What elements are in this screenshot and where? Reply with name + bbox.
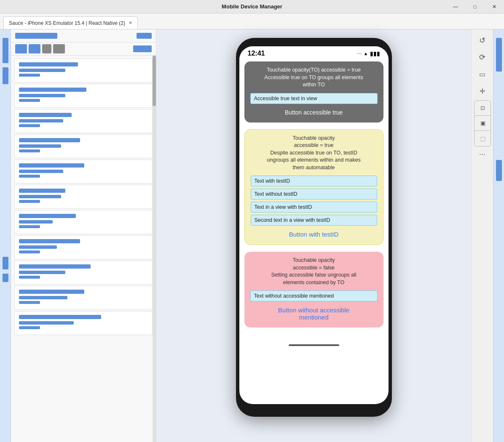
li-bar: [19, 220, 53, 224]
li-bar: [19, 214, 76, 218]
card2-textbox-4: Second text in a view with testID: [251, 215, 377, 226]
sidebar-action: [137, 33, 152, 39]
li-bar: [19, 144, 61, 148]
li-bar: [19, 74, 40, 77]
li-bar: [19, 163, 84, 168]
card1-text: Touchable opacity(TO) accessible = trueA…: [250, 67, 378, 89]
maximize-button[interactable]: □: [465, 0, 485, 13]
status-time: 12:41: [248, 50, 265, 57]
li-bar: [19, 239, 80, 243]
device-button[interactable]: ▭: [474, 67, 491, 82]
list-item[interactable]: [14, 261, 153, 285]
list-item[interactable]: [14, 235, 153, 259]
li-bar: [19, 119, 63, 122]
wifi-icon: ····: [357, 51, 362, 56]
list-item[interactable]: [14, 109, 153, 133]
list-item[interactable]: [14, 84, 153, 108]
li-bar: [19, 225, 40, 228]
li-bar: [19, 189, 65, 193]
status-bar: 12:41 ···· ▲ ▮▮▮: [239, 46, 389, 59]
card3-text: Touchable opacityaccessible = falseSetti…: [250, 257, 378, 286]
card2-button[interactable]: Button with testID: [251, 229, 377, 240]
pointer-icon: ✛: [480, 87, 485, 95]
right-strip: [493, 29, 504, 442]
inspector-group: ⊡ ▣ ⬚: [474, 100, 491, 146]
status-icons: ···· ▲ ▮▮▮: [357, 50, 380, 57]
sidebar: [11, 29, 156, 442]
li-bar: [19, 88, 86, 92]
tab-close-button[interactable]: ✕: [129, 20, 132, 26]
inspect-bot-icon: ⬚: [480, 136, 485, 142]
li-bar: [19, 94, 65, 97]
right-toolbar: ↺ ⟳ ▭ ✛ ⊡ ▣ ⬚ ···: [471, 29, 493, 442]
left-strip-block-3: [3, 257, 8, 269]
left-strip-block-2: [3, 67, 8, 84]
card2-textbox-3: Text in a view with testID: [251, 202, 377, 213]
li-bar: [19, 271, 65, 274]
list-item[interactable]: [14, 59, 153, 83]
list-item[interactable]: [14, 311, 153, 335]
scrollbar-track: [153, 56, 156, 442]
list-item[interactable]: [14, 160, 153, 184]
card-testid[interactable]: Touchable opacityaccessible = trueDespit…: [244, 129, 383, 245]
more-button[interactable]: ···: [479, 150, 485, 159]
card2-textbox-1: Text with testID: [251, 176, 377, 186]
li-bar: [19, 170, 63, 173]
sidebar-header: [11, 29, 156, 43]
left-strip: [0, 29, 11, 442]
pointer-button[interactable]: ✛: [474, 83, 491, 99]
close-button[interactable]: ✕: [485, 0, 504, 13]
toolbar-label: [133, 45, 152, 52]
li-bar: [19, 315, 101, 319]
card-accessible-false[interactable]: Touchable opacityaccessible = falseSetti…: [244, 252, 383, 328]
reload-icon: ⟳: [479, 53, 485, 62]
app-title: Mobile Device Manager: [222, 3, 282, 10]
toolbar-btn-1[interactable]: [15, 44, 27, 53]
li-bar: [19, 99, 40, 102]
center-area: 12:41 ···· ▲ ▮▮▮ Touchable opacity(TO) a…: [156, 29, 471, 442]
toolbar-row: [11, 43, 156, 56]
li-bar: [19, 321, 74, 325]
li-bar: [19, 200, 40, 203]
li-bar: [19, 296, 67, 299]
list-item[interactable]: [14, 286, 153, 310]
phone-mockup: 12:41 ···· ▲ ▮▮▮ Touchable opacity(TO) a…: [236, 38, 392, 417]
card3-button[interactable]: Button without accessiblementioned: [250, 305, 378, 322]
toolbar-btn-2[interactable]: [29, 44, 40, 53]
li-bar: [19, 69, 65, 72]
card-accessible-true[interactable]: Touchable opacity(TO) accessible = trueA…: [244, 61, 383, 122]
inspector-btn-2[interactable]: ▣: [475, 116, 491, 131]
li-bar: [19, 250, 40, 253]
minimize-button[interactable]: —: [446, 0, 465, 13]
scrollbar-thumb[interactable]: [153, 56, 156, 106]
home-indicator-area: [239, 336, 389, 351]
list-item[interactable]: [14, 185, 153, 209]
toolbar-btn-3[interactable]: [53, 44, 65, 53]
home-indicator: [289, 344, 339, 346]
window-controls: — □ ✕: [446, 0, 504, 13]
left-strip-block-1: [3, 38, 8, 63]
main-tab[interactable]: Sauce - iPhone XS Emulator 15.4 | React …: [3, 16, 138, 29]
list-item[interactable]: [14, 210, 153, 234]
li-bar: [19, 301, 40, 304]
list-item[interactable]: [14, 134, 153, 158]
left-strip-block-4: [3, 274, 8, 282]
main-layout: 12:41 ···· ▲ ▮▮▮ Touchable opacity(TO) a…: [0, 29, 504, 442]
title-bar: Mobile Device Manager — □ ✕: [0, 0, 504, 13]
refresh-button[interactable]: ↺: [474, 33, 491, 48]
li-bar: [19, 62, 78, 67]
card1-button[interactable]: Button accessible true: [250, 107, 378, 117]
reload-button[interactable]: ⟳: [474, 50, 491, 65]
li-bar: [19, 138, 80, 142]
card1-textbox: Accessible true text in view: [250, 93, 378, 104]
inspect-mid-icon: ▣: [480, 120, 485, 126]
card3-textbox: Text without accessible mentioned: [250, 290, 378, 301]
sidebar-list[interactable]: [11, 56, 156, 442]
inspector-btn-1[interactable]: ⊡: [475, 101, 491, 116]
right-strip-block-2: [496, 160, 502, 181]
li-bar: [19, 149, 40, 152]
tab-label: Sauce - iPhone XS Emulator 15.4 | React …: [9, 20, 125, 26]
toolbar-btn-grid[interactable]: [42, 44, 51, 53]
inspector-btn-3[interactable]: ⬚: [475, 131, 491, 146]
phone-content: Touchable opacity(TO) accessible = trueA…: [239, 59, 389, 336]
